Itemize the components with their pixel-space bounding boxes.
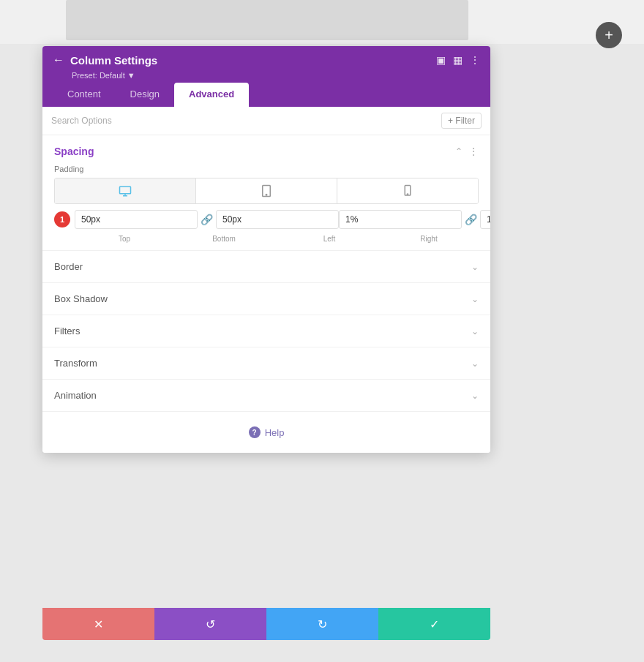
border-section[interactable]: Border ⌄	[42, 251, 490, 283]
box-shadow-title: Box Shadow	[54, 293, 108, 304]
redo-button[interactable]: ↻	[266, 608, 378, 640]
column-settings-panel: ← Column Settings ▣ ▦ ⋮ Preset: Default …	[42, 46, 490, 453]
padding-label: Padding	[42, 165, 490, 178]
top-label: Top	[75, 235, 174, 243]
spacing-dots-icon[interactable]: ⋮	[468, 146, 479, 157]
link-top-bottom-icon[interactable]: 🔗	[201, 214, 213, 225]
box-shadow-section[interactable]: Box Shadow ⌄	[42, 283, 490, 315]
link-left-right-icon[interactable]: 🔗	[465, 214, 477, 225]
animation-section[interactable]: Animation ⌄	[42, 380, 490, 412]
padding-top-input[interactable]	[75, 210, 198, 229]
tab-design[interactable]: Design	[116, 83, 174, 107]
padding-input-row: 1 🔗 🔗	[54, 210, 479, 229]
filter-label: + Filter	[448, 116, 475, 126]
filters-title: Filters	[54, 326, 80, 336]
spacing-section: Spacing ⌃ ⋮ Padding	[42, 135, 490, 251]
bottom-bar: ✕ ↺ ↻ ✓	[42, 608, 490, 640]
panel-preset[interactable]: Preset: Default ▼	[72, 71, 480, 80]
reset-button[interactable]: ↺	[154, 608, 266, 640]
tabs: Content Design Advanced	[53, 83, 480, 107]
animation-chevron-icon: ⌄	[471, 391, 479, 401]
panel-header: ← Column Settings ▣ ▦ ⋮ Preset: Default …	[42, 46, 490, 107]
border-chevron-icon: ⌄	[471, 262, 479, 272]
tab-content[interactable]: Content	[53, 83, 116, 107]
device-tab-mobile[interactable]	[337, 178, 478, 203]
device-tabs	[54, 178, 479, 204]
right-label: Right	[379, 235, 479, 243]
responsive-icon[interactable]: ▣	[436, 54, 446, 66]
search-bar: Search Options + Filter	[42, 107, 490, 135]
padding-right-input[interactable]	[480, 210, 490, 229]
top-bottom-pair: 🔗	[75, 210, 339, 229]
panel-title: Column Settings	[70, 54, 157, 67]
back-arrow-icon[interactable]: ←	[53, 53, 64, 67]
badge-number: 1	[54, 211, 70, 227]
cancel-button[interactable]: ✕	[42, 608, 154, 640]
animation-title: Animation	[54, 390, 97, 401]
device-tab-desktop[interactable]	[55, 178, 196, 203]
panel-body: Spacing ⌃ ⋮ Padding	[42, 135, 490, 453]
padding-bottom-input[interactable]	[216, 210, 339, 229]
tab-advanced[interactable]: Advanced	[174, 83, 249, 107]
panel-icons: ▣ ▦ ⋮	[436, 54, 480, 66]
help-area[interactable]: ? Help	[42, 412, 490, 453]
transform-chevron-icon: ⌄	[471, 358, 479, 369]
filter-button[interactable]: + Filter	[441, 113, 482, 129]
search-options-label[interactable]: Search Options	[51, 116, 112, 126]
panel-title-area: ← Column Settings	[53, 53, 157, 67]
box-shadow-chevron-icon: ⌄	[471, 294, 479, 304]
border-title: Border	[54, 261, 83, 272]
label-spacer	[274, 235, 280, 243]
help-icon: ?	[249, 426, 261, 438]
more-icon[interactable]: ⋮	[470, 54, 480, 66]
spacing-title: Spacing	[54, 146, 94, 157]
left-label: Left	[280, 235, 379, 243]
svg-point-6	[407, 194, 408, 195]
canvas-area	[66, 0, 468, 40]
transform-title: Transform	[54, 358, 97, 369]
bottom-label: Bottom	[174, 235, 274, 243]
transform-section[interactable]: Transform ⌄	[42, 347, 490, 380]
field-labels: Top Bottom Left Right	[75, 235, 479, 243]
columns-icon[interactable]: ▦	[453, 54, 463, 66]
padding-left-input[interactable]	[339, 210, 462, 229]
help-label: Help	[265, 427, 285, 438]
save-button[interactable]: ✓	[378, 608, 490, 640]
spacing-section-header: Spacing ⌃ ⋮	[42, 135, 490, 165]
device-tab-tablet[interactable]	[196, 178, 337, 203]
svg-rect-0	[120, 187, 131, 194]
add-button[interactable]: +	[596, 22, 622, 48]
spacing-chevron-icon[interactable]: ⌃	[455, 146, 463, 157]
panel-header-top: ← Column Settings ▣ ▦ ⋮	[53, 53, 480, 67]
left-right-pair: 🔗	[339, 210, 490, 229]
spacing-controls: ⌃ ⋮	[455, 146, 479, 157]
svg-point-4	[266, 195, 267, 196]
filters-chevron-icon: ⌄	[471, 326, 479, 336]
filters-section[interactable]: Filters ⌄	[42, 315, 490, 347]
